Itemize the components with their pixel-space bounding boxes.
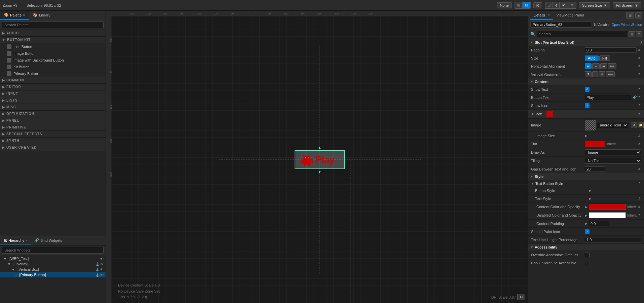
image-select[interactable]: android_icon bbox=[597, 122, 628, 128]
can-children-checkbox[interactable] bbox=[585, 261, 590, 265]
draw-as-select[interactable]: Image bbox=[585, 149, 641, 155]
section-content-header[interactable]: ▼ Content bbox=[528, 78, 644, 85]
slot-reset-btn[interactable]: ↺ bbox=[639, 41, 642, 44]
v-align-center[interactable]: ↕ bbox=[592, 71, 598, 77]
grid-view-btn[interactable]: ≡ bbox=[636, 31, 642, 37]
none-btn[interactable]: None bbox=[497, 2, 512, 8]
hier-item-overlay[interactable]: ▼ [Overlay] ⚓ 👁 bbox=[0, 261, 106, 267]
button-text-bind[interactable]: 🔗 bbox=[633, 96, 637, 99]
eye-icon[interactable]: 👁 bbox=[100, 257, 104, 261]
details-search-input[interactable] bbox=[537, 31, 627, 37]
canvas-area[interactable]: 350 300 250 200 150 100 50 0 50 100 150 … bbox=[106, 11, 528, 303]
disabled-color-swatch[interactable] bbox=[589, 212, 626, 218]
eye-icon[interactable]: 👁 bbox=[100, 262, 104, 266]
hier-item-wbp-test[interactable]: ▼ [WBP_Test] 👁 bbox=[0, 256, 106, 261]
group-primitive-header[interactable]: ▶ PRIMITIVE bbox=[0, 124, 106, 131]
palette-close[interactable]: × bbox=[23, 13, 25, 17]
padding-input[interactable] bbox=[585, 47, 637, 53]
h-align-right[interactable]: ➡ bbox=[600, 63, 607, 69]
canvas-bg[interactable]: ▲ ▼ bbox=[111, 16, 528, 303]
size-fill-btn[interactable]: Fill bbox=[599, 55, 610, 61]
content-color-swatch[interactable] bbox=[589, 204, 626, 210]
details-action-1[interactable]: ⊞ bbox=[626, 12, 634, 18]
group-misc-header[interactable]: ▶ MISC bbox=[0, 104, 106, 111]
disabled-color-reset[interactable]: ↺ bbox=[637, 213, 641, 218]
icon-subsection-header[interactable]: ▼ Icon ↺ bbox=[528, 110, 644, 119]
hier-close[interactable]: × bbox=[26, 238, 28, 242]
dpi-settings-btn[interactable]: ⚙ bbox=[517, 294, 525, 300]
group-input-header[interactable]: ▶ INPUT bbox=[0, 90, 106, 97]
widget-name-input[interactable] bbox=[530, 22, 592, 28]
four-btn[interactable]: 4 bbox=[553, 2, 560, 8]
section-style-header[interactable]: ▼ Style bbox=[528, 173, 644, 180]
tab-viewmodel[interactable]: ViewModelPanel bbox=[553, 11, 587, 20]
size-auto-btn[interactable]: Auto bbox=[585, 55, 599, 61]
show-text-checkbox[interactable] bbox=[585, 87, 590, 92]
image-size-reset[interactable]: ↺ bbox=[637, 134, 641, 138]
text-height-input[interactable] bbox=[585, 237, 641, 242]
v-align-top[interactable]: ⬆ bbox=[585, 71, 592, 77]
item-primary-button[interactable]: Primary Button bbox=[0, 70, 106, 77]
canvas-main[interactable]: ▲ ▼ bbox=[111, 16, 528, 303]
group-synth-header[interactable]: ▶ SYNTH bbox=[0, 138, 106, 144]
resize-handle-top[interactable]: ▲ bbox=[318, 146, 321, 149]
show-icon-checkbox[interactable] bbox=[585, 103, 590, 108]
should-paint-icon-checkbox[interactable] bbox=[585, 229, 590, 234]
list-view-btn[interactable]: ⊞ bbox=[629, 31, 635, 37]
tab-hierarchy[interactable]: 🏗 Hierarchy × bbox=[0, 236, 31, 245]
show-icon-reset[interactable]: ↺ bbox=[637, 103, 641, 108]
v-align-reset[interactable]: ↺ bbox=[637, 72, 641, 76]
gap-input[interactable] bbox=[585, 166, 605, 172]
details-action-2[interactable]: ≡ bbox=[635, 12, 642, 18]
group-button-kit-header[interactable]: ▼ BUTTON KIT bbox=[0, 37, 106, 43]
item-kit-button[interactable]: Kit Button bbox=[0, 64, 106, 70]
gap-reset[interactable]: ↺ bbox=[637, 167, 641, 171]
group-editor-header[interactable]: ▶ EDITOR bbox=[0, 84, 106, 90]
group-special-effects-header[interactable]: ▶ SPECIAL EFFECTS bbox=[0, 131, 106, 138]
section-slot-header[interactable]: ▼ Slot (Vertical Box Slot) ↺ bbox=[528, 39, 644, 46]
h-align-left[interactable]: ⬅ bbox=[585, 63, 592, 69]
fill-screen-dropdown[interactable]: Fill Screen ▼ bbox=[613, 2, 641, 8]
preview-button[interactable]: Play bbox=[295, 150, 345, 169]
layout-btn-1[interactable]: ⊞ bbox=[515, 2, 523, 8]
content-color-reset[interactable]: ↺ bbox=[637, 205, 641, 209]
group-audio-header[interactable]: ▶ AUDIO bbox=[0, 30, 106, 37]
v-align-fill[interactable]: ⟺ bbox=[606, 71, 615, 77]
palette-search-input[interactable] bbox=[2, 22, 104, 28]
item-image-button[interactable]: Image Button bbox=[0, 50, 106, 57]
h-align-center[interactable]: ↔ bbox=[592, 63, 600, 69]
v-align-bottom[interactable]: ⬇ bbox=[599, 71, 605, 77]
r-btn[interactable]: R bbox=[533, 2, 542, 8]
resize-handle-bottom[interactable]: ▼ bbox=[318, 170, 321, 174]
tab-library[interactable]: 📚 Library bbox=[29, 11, 54, 20]
padding-reset[interactable]: ↺ bbox=[637, 48, 641, 52]
item-image-bg-button[interactable]: Image with Background Button bbox=[0, 57, 106, 64]
open-primary-button[interactable]: Open PrimaryButton bbox=[611, 23, 642, 27]
grid-btn[interactable]: ⊞ bbox=[545, 2, 553, 8]
hier-item-vertical-box[interactable]: ▼ [Vertical Box] ⚓ 👁 bbox=[0, 267, 106, 272]
hier-item-primary-button[interactable]: ▪ [Primary Button] ⚓ 👁 bbox=[0, 272, 106, 277]
eye-icon[interactable]: 👁 bbox=[100, 268, 104, 271]
group-lists-header[interactable]: ▶ LISTS bbox=[0, 97, 106, 104]
button-text-reset[interactable]: ↺ bbox=[637, 95, 641, 100]
show-text-reset[interactable]: ↺ bbox=[637, 87, 641, 91]
settings-btn[interactable]: ⚙ bbox=[568, 2, 576, 8]
text-btn-style-reset[interactable]: ↺ bbox=[637, 181, 641, 186]
section-accessibility-header[interactable]: ▼ Accessibility bbox=[528, 244, 644, 251]
tiling-select[interactable]: No Tile bbox=[585, 158, 641, 164]
screen-size-dropdown[interactable]: Screen Size ▼ bbox=[579, 2, 610, 8]
eye-btn[interactable]: 👁 bbox=[560, 2, 568, 8]
icon-reset[interactable]: ↺ bbox=[637, 112, 641, 116]
button-text-input[interactable] bbox=[585, 95, 631, 100]
override-accessible-checkbox[interactable] bbox=[585, 253, 590, 257]
tint-reset[interactable]: ↺ bbox=[637, 142, 641, 146]
layout-btn-2[interactable]: ⊡ bbox=[523, 2, 530, 8]
content-padding-input[interactable] bbox=[589, 221, 609, 226]
size-reset[interactable]: ↺ bbox=[637, 56, 641, 60]
tab-palette[interactable]: 🎨 Palette × bbox=[0, 11, 29, 20]
text-button-style-header[interactable]: ▼ Text Button Style ↺ bbox=[528, 180, 644, 187]
tab-bind-widgets[interactable]: 🔗 Bind Widgets bbox=[31, 236, 66, 245]
text-style-reset[interactable]: ↺ bbox=[637, 196, 641, 201]
tint-color-swatch[interactable] bbox=[585, 141, 605, 147]
h-align-fill[interactable]: ⟺ bbox=[608, 63, 616, 69]
